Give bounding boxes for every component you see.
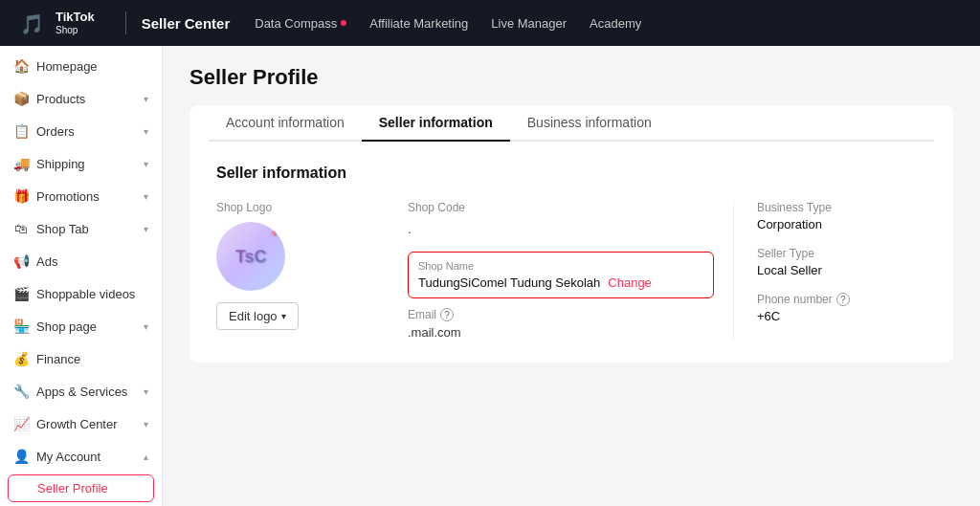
shop-logo-text: TsC: [235, 247, 267, 267]
shop-name-value: TudungSiComel Tudung Sekolah Change: [418, 275, 703, 290]
svg-text:🎵: 🎵: [20, 12, 44, 35]
business-type-value: Corporation: [757, 217, 926, 231]
shop-tab-icon: 🛍: [13, 221, 29, 236]
shop-name-box: Shop Name TudungSiComel Tudung Sekolah C…: [408, 252, 714, 298]
sidebar-item-promotions[interactable]: 🎁 Promotions ▾: [0, 180, 162, 212]
sidebar-item-seller-profile[interactable]: Seller Profile: [8, 474, 154, 502]
sidebar-item-label: Ads: [36, 254, 57, 269]
sidebar-item-apps-services[interactable]: 🔧 Apps & Services ▾: [0, 375, 162, 407]
chevron-down-icon: ▾: [144, 94, 148, 104]
info-grid: Shop Logo TsC ✦ ✦ Edit logo ▾ Shop Code: [216, 201, 926, 340]
chevron-down-icon: ▾: [144, 126, 148, 137]
page-title: Seller Profile: [189, 65, 953, 90]
chevron-down-icon: ▾: [144, 191, 148, 202]
seller-type-value: Local Seller: [757, 263, 926, 277]
phone-number-value: +6C: [757, 309, 926, 323]
seller-center-label: Seller Center: [142, 15, 231, 32]
main-layout: 🏠 Homepage 📦 Products ▾ 📋 Orders ▾ 🚚 Shi…: [0, 46, 980, 506]
tiktok-logo: 🎵 TikTok Shop: [15, 6, 95, 40]
finance-icon: 💰: [13, 351, 29, 366]
nav-links: Data Compass Affiliate Marketing Live Ma…: [245, 11, 651, 36]
business-info-area: Business Type Corporation Seller Type Lo…: [733, 201, 926, 340]
sidebar-item-ads[interactable]: 📢 Ads: [0, 245, 162, 277]
academy-link[interactable]: Academy: [580, 11, 651, 36]
edit-logo-label: Edit logo: [229, 309, 278, 323]
chevron-up-icon: ▴: [144, 451, 148, 462]
sidebar-item-label: My Account: [36, 450, 100, 464]
main-content: Seller Profile Account information Selle…: [163, 46, 980, 506]
sidebar-item-label: Promotions: [36, 189, 100, 204]
sidebar-item-growth-center[interactable]: 📈 Growth Center ▾: [0, 407, 162, 440]
shop-logo-area: Shop Logo TsC ✦ ✦ Edit logo ▾: [216, 201, 408, 340]
tab-account-information[interactable]: Account information: [209, 105, 362, 142]
chevron-down-icon: ▾: [144, 386, 148, 397]
top-navigation: 🎵 TikTok Shop Seller Center Data Compass…: [0, 0, 980, 46]
data-compass-link[interactable]: Data Compass: [245, 11, 356, 36]
sidebar-item-shop-tab[interactable]: 🛍 Shop Tab ▾: [0, 212, 162, 245]
card-title: Seller information: [216, 165, 926, 182]
sidebar-item-shop-page[interactable]: 🏪 Shop page ▾: [0, 310, 162, 342]
sidebar-item-label: Homepage: [36, 59, 98, 74]
business-type-field: Business Type Corporation: [757, 201, 926, 231]
seller-info-card: Seller information Shop Logo TsC ✦ ✦ Edi…: [189, 142, 953, 363]
sidebar-item-finance[interactable]: 💰 Finance: [0, 342, 162, 375]
seller-type-label: Seller Type: [757, 247, 926, 260]
chevron-down-icon: ▾: [144, 224, 148, 234]
chevron-down-icon: ▾: [144, 159, 148, 169]
sidebar-item-shoppable-videos[interactable]: 🎬 Shoppable videos: [0, 277, 162, 310]
tab-business-information[interactable]: Business information: [510, 105, 669, 142]
sidebar-item-label: Shoppable videos: [36, 287, 135, 301]
phone-help-icon[interactable]: ?: [836, 293, 850, 306]
sidebar-item-label: Orders: [36, 124, 75, 139]
sidebar-item-products[interactable]: 📦 Products ▾: [0, 82, 162, 115]
email-label: Email ?: [408, 308, 714, 321]
shop-code-value: .: [408, 222, 714, 236]
promotions-icon: 🎁: [13, 188, 29, 204]
shipping-icon: 🚚: [13, 156, 29, 171]
live-manager-link[interactable]: Live Manager: [481, 11, 576, 36]
shop-logo-label: Shop Logo: [216, 201, 408, 214]
notification-dot: [341, 20, 346, 26]
my-account-submenu: Seller Profile Account Settings Linked T…: [0, 474, 162, 506]
phone-number-field: Phone number ? +6C: [757, 293, 926, 323]
sidebar-item-shipping[interactable]: 🚚 Shipping ▾: [0, 147, 162, 180]
nav-divider: [125, 11, 126, 34]
phone-number-label: Phone number ?: [757, 293, 926, 306]
shop-logo: TsC ✦ ✦: [216, 222, 285, 291]
orders-icon: 📋: [13, 123, 29, 139]
sparkle-icon: ✦: [270, 228, 278, 238]
growth-icon: 📈: [13, 416, 29, 431]
sidebar-item-orders[interactable]: 📋 Orders ▾: [0, 115, 162, 147]
chevron-down-icon: ▾: [144, 419, 148, 429]
sidebar-item-label: Shop page: [36, 319, 97, 334]
email-area: Email ? .mail.com: [408, 308, 714, 340]
sidebar-item-homepage[interactable]: 🏠 Homepage: [0, 50, 162, 82]
products-icon: 📦: [13, 91, 29, 106]
sidebar: 🏠 Homepage 📦 Products ▾ 📋 Orders ▾ 🚚 Shi…: [0, 46, 163, 506]
seller-type-field: Seller Type Local Seller: [757, 247, 926, 277]
apps-icon: 🔧: [13, 384, 29, 399]
shop-name-label: Shop Name: [418, 260, 703, 272]
sidebar-item-my-account[interactable]: 👤 My Account ▴: [0, 440, 162, 473]
sidebar-item-label: Growth Center: [36, 417, 118, 431]
home-icon: 🏠: [13, 58, 29, 74]
tab-seller-information[interactable]: Seller information: [362, 105, 510, 142]
shop-code-area: Shop Code . Shop Name TudungSiComel Tudu…: [408, 201, 733, 340]
tiktok-logo-icon: 🎵: [15, 6, 50, 40]
change-shop-name-link[interactable]: Change: [608, 275, 652, 290]
affiliate-marketing-link[interactable]: Affiliate Marketing: [360, 11, 478, 36]
sidebar-item-label: Apps & Services: [36, 385, 127, 399]
shop-name-text: TudungSiComel Tudung Sekolah: [418, 275, 600, 290]
chevron-down-icon: ▾: [144, 321, 148, 332]
sidebar-item-label: Products: [36, 92, 85, 106]
ads-icon: 📢: [13, 253, 29, 269]
sidebar-item-label: Finance: [36, 352, 80, 366]
edit-logo-button[interactable]: Edit logo ▾: [216, 302, 299, 330]
email-help-icon[interactable]: ?: [440, 308, 454, 321]
sidebar-item-label: Shop Tab: [36, 222, 89, 236]
chevron-down-icon: ▾: [281, 311, 286, 321]
shop-page-icon: 🏪: [13, 319, 29, 334]
business-type-label: Business Type: [757, 201, 926, 214]
shop-code-label: Shop Code: [408, 201, 714, 214]
videos-icon: 🎬: [13, 286, 29, 301]
